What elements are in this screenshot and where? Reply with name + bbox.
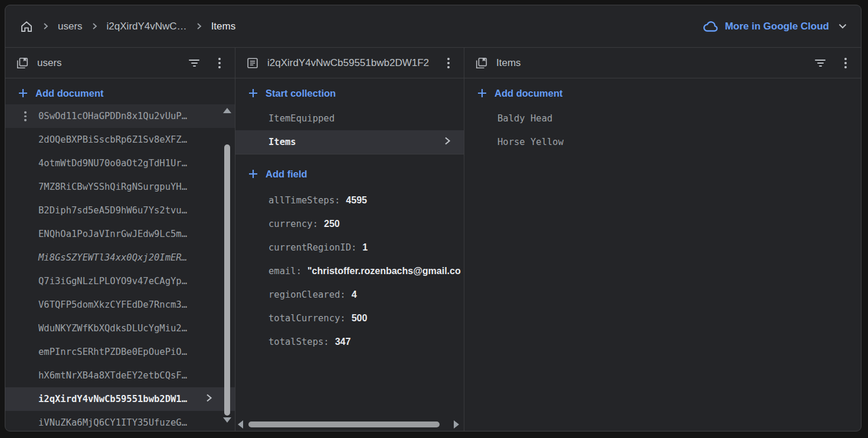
field-row[interactable]: email: "christoffer.rozenbachs@gmail.co	[235, 259, 464, 283]
document-row[interactable]: i2qXirdY4vNwCb59551bwb2DW1…	[5, 387, 235, 411]
document-row[interactable]: Baldy Head	[464, 107, 861, 130]
panel-users-body: Add document 0SwOd11cOHaGPDDn8x1Qu2vUuP…	[5, 78, 235, 431]
home-button[interactable]	[19, 19, 34, 34]
document-row[interactable]: hX6mtNrXB4a8XTdeEY2etbCQsF…	[5, 364, 235, 387]
add-document-label: Add document	[35, 88, 104, 99]
horizontal-scrollbar	[235, 420, 461, 429]
panel-users-header: users	[5, 48, 235, 78]
more-in-google-cloud-label: More in Google Cloud	[725, 21, 829, 32]
add-document-label: Add document	[494, 88, 563, 99]
document-row[interactable]: 2dOQeBXPBiSscbRp6Z1Sv8eXFZ…	[5, 128, 235, 152]
field-row[interactable]: totalCurrency: 500	[235, 307, 464, 330]
collection-row[interactable]: ItemEquipped	[235, 107, 464, 130]
firestore-data-viewer: users i2qXirdY4vNwC… Items More in Googl…	[5, 5, 862, 432]
plus-icon	[477, 88, 487, 98]
document-id: Baldy Head	[497, 113, 552, 124]
add-field-button[interactable]: Add field	[235, 163, 464, 185]
field-value: "christoffer.rozenbachs@gmail.co	[307, 266, 461, 276]
document-row[interactable]: WduNKYZWfKbXQdksDLUcYgMiu2…	[5, 317, 235, 340]
panel-document: i2qXirdY4vNwCb59551bwb2DW1F2 Start colle…	[235, 48, 464, 432]
scrollbar-thumb[interactable]	[248, 421, 440, 427]
document-id: 4otmWtDd9NU70o0aOt2gTdH1Ur…	[38, 158, 187, 169]
document-row[interactable]: ENQhOa1PoJaVInrGwJEdw9Lc5m…	[5, 222, 235, 246]
breadcrumb-document[interactable]: i2qXirdY4vNwC…	[107, 21, 187, 32]
document-row[interactable]: 0SwOd11cOHaGPDDn8x1Qu2vUuP…	[5, 104, 235, 128]
breadcrumb-items[interactable]: Items	[211, 21, 236, 32]
field-value: 4	[352, 289, 357, 300]
field-row[interactable]: currentRegionID: 1	[235, 236, 464, 259]
document-id: ENQhOa1PoJaVInrGwJEdw9Lc5m…	[38, 229, 187, 239]
field-name: allTimeSteps:	[268, 195, 340, 206]
collection-icon	[475, 57, 488, 70]
more-options-icon[interactable]	[215, 55, 224, 71]
field-name: currency:	[268, 219, 318, 229]
panel-items: Items Add document Baldy Head	[464, 48, 861, 432]
document-row[interactable]: iVNuZKa6MjQ6CY1ITY35UfuzeG…	[5, 411, 235, 431]
field-list: allTimeSteps: 4595 currency: 250 current…	[235, 189, 464, 354]
plus-icon	[248, 88, 258, 98]
chevron-right-icon	[444, 137, 451, 148]
row-menu-icon[interactable]	[24, 111, 27, 121]
document-id: i2qXirdY4vNwCb59551bwb2DW1…	[38, 394, 187, 404]
document-id: emPInrcSERhtPZDBe0EpOuePiO…	[38, 347, 187, 357]
document-row[interactable]: Q7i3iGgNLzLPLOYO9v47eCAgYp…	[5, 269, 235, 293]
document-row[interactable]: B2Diph7sd5eA5D9hW6u7Ys2tvu…	[5, 199, 235, 222]
more-options-icon[interactable]	[841, 55, 850, 71]
add-field-label: Add field	[266, 169, 307, 180]
panel-items-body: Add document Baldy Head Horse Yellow	[464, 78, 861, 431]
panels: users Add document 0S	[5, 48, 861, 432]
more-options-icon[interactable]	[444, 55, 453, 71]
scroll-down-arrow[interactable]	[223, 417, 231, 423]
scrollbar-thumb[interactable]	[224, 144, 230, 416]
collection-icon	[16, 57, 29, 70]
document-id: WduNKYZWfKbXQdksDLUcYgMiu2…	[38, 323, 187, 334]
chevron-right-icon	[196, 22, 202, 30]
document-id: 2dOQeBXPBiSscbRp6Z1Sv8eXFZ…	[38, 134, 187, 145]
field-row[interactable]: totalSteps: 347	[235, 330, 464, 354]
field-name: totalSteps:	[268, 337, 329, 347]
scroll-left-arrow[interactable]	[238, 420, 243, 429]
items-document-list: Baldy Head Horse Yellow	[464, 107, 861, 154]
users-document-list: 0SwOd11cOHaGPDDn8x1Qu2vUuP… 2dOQeBXPBiSs…	[5, 104, 235, 431]
vertical-scrollbar	[223, 104, 231, 427]
panel-items-title: Items	[496, 57, 521, 69]
add-document-button[interactable]: Add document	[5, 82, 235, 104]
panel-items-header: Items	[464, 48, 861, 78]
filter-icon[interactable]	[186, 57, 202, 69]
document-row[interactable]: V6TQFP5domXkzCYFEdDe7Rncm3…	[5, 293, 235, 317]
chevron-right-icon	[206, 394, 212, 405]
document-row[interactable]: 7MZ8RiCBwYSShQiRgNSurgpuYH…	[5, 175, 235, 199]
more-in-google-cloud-button[interactable]: More in Google Cloud	[703, 21, 847, 32]
field-name: email:	[268, 266, 302, 276]
field-row[interactable]: currency: 250	[235, 212, 464, 236]
collection-name: ItemEquipped	[268, 113, 335, 124]
field-row[interactable]: regionCleared: 4	[235, 283, 464, 307]
document-row[interactable]: 4otmWtDd9NU70o0aOt2gTdH1Ur…	[5, 152, 235, 175]
scroll-up-arrow[interactable]	[223, 108, 231, 113]
add-document-button[interactable]: Add document	[464, 82, 861, 104]
document-row[interactable]: emPInrcSERhtPZDBe0EpOuePiO…	[5, 340, 235, 364]
panel-document-header: i2qXirdY4vNwCb59551bwb2DW1F2	[235, 48, 464, 78]
breadcrumb-users[interactable]: users	[58, 21, 83, 32]
plus-icon	[18, 88, 28, 98]
breadcrumb: users i2qXirdY4vNwC… Items More in Googl…	[5, 5, 861, 48]
collection-name: Items	[268, 137, 296, 147]
collection-row[interactable]: Items	[235, 130, 464, 154]
document-id: B2Diph7sd5eA5D9hW6u7Ys2tvu…	[38, 205, 187, 216]
field-name: totalCurrency:	[268, 313, 346, 324]
document-id: iVNuZKa6MjQ6CY1ITY35UfuzeG…	[38, 417, 187, 428]
document-row[interactable]: Horse Yellow	[464, 130, 861, 154]
document-row[interactable]: Mi8GsSZYEWTl34xx0Qxj20ImER…	[5, 246, 235, 269]
filter-icon[interactable]	[813, 57, 828, 69]
chevron-right-icon	[43, 22, 48, 30]
field-row[interactable]: allTimeSteps: 4595	[235, 189, 464, 212]
panel-users-title: users	[37, 57, 62, 69]
field-value: 347	[335, 337, 351, 347]
document-id: hX6mtNrXB4a8XTdeEY2etbCQsF…	[38, 370, 187, 381]
scroll-right-arrow[interactable]	[454, 420, 459, 429]
start-collection-button[interactable]: Start collection	[235, 82, 464, 104]
document-icon	[246, 57, 259, 70]
panel-document-body: Start collection ItemEquipped Items	[235, 78, 464, 431]
document-id: V6TQFP5domXkzCYFEdDe7Rncm3…	[38, 299, 187, 310]
document-id: 0SwOd11cOHaGPDDn8x1Qu2vUuP…	[38, 111, 187, 121]
